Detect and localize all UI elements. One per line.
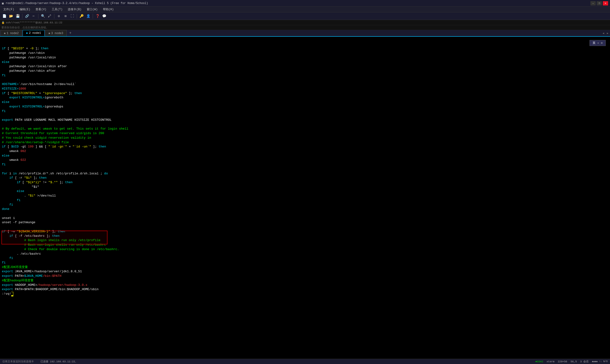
toolbar-new[interactable]: 📄 [1, 13, 7, 19]
tab-node1[interactable]: 2 node1 [23, 30, 44, 36]
minimize-button[interactable]: – [590, 1, 596, 5]
toolbar-key[interactable]: 🔑 [79, 13, 84, 19]
status-bar: 仅将文本发送到当前选项卡 已连接 192.168.63.11:22。 ●SSH2… [0, 359, 610, 364]
tab-dot-node3 [49, 33, 50, 34]
ime-indicator[interactable]: 英 ✦ ⚙ [589, 40, 606, 46]
restore-button[interactable]: ❐ [597, 1, 602, 5]
toolbar-fullscreen[interactable]: ⛶ [69, 13, 75, 19]
toolbar: 📄 📂 💾 🔗 ✂ 🔍 🖍 ⚙ ⊞ ⛶ 🔑 👤 ❓ 💬 [0, 13, 610, 20]
status-term: xterm [547, 360, 555, 363]
close-button[interactable]: ✕ [603, 1, 608, 5]
tab-node3[interactable]: 3 node3 [45, 30, 67, 36]
tab-scroll-right[interactable]: ▶ [606, 30, 610, 36]
toolbar-sep1 [22, 14, 22, 19]
menu-edit[interactable]: 编辑(E) [17, 7, 33, 12]
app-icon: ▣ [2, 1, 4, 5]
menu-file[interactable]: 文件(F) [1, 7, 17, 12]
tab-dot-node1 [26, 32, 28, 34]
status-net-icons: ▲▲▲▲ ↑↓ N/O [592, 360, 608, 363]
tab-scroll-left[interactable]: ◀ [601, 30, 605, 36]
toolbar-open[interactable]: 📂 [8, 13, 14, 19]
chat-text: 要添加当前会话，点击左侧的箭头按钮。 [1, 26, 49, 29]
tab-add-button[interactable]: + [67, 30, 73, 36]
toolbar-settings[interactable]: ⚙ [56, 13, 62, 19]
tab-bar: 1 node2 2 node1 3 node3 + ◀ ▶ [0, 30, 610, 37]
menu-tools[interactable]: 工具(T) [49, 7, 65, 12]
toolbar-save[interactable]: 💾 [15, 13, 21, 19]
status-session-text: 仅将文本发送到当前选项卡 [2, 360, 34, 363]
terminal[interactable]: if [ "$EUID" = -0 ]; then pathmunge /usr… [0, 37, 610, 359]
status-zoom: 56,5 [571, 360, 577, 363]
address-icon: 🔒 [1, 21, 5, 24]
tab-label-node1: 2 node1 [29, 31, 41, 35]
toolbar-sep2 [38, 14, 38, 19]
toolbar-user[interactable]: 👤 [85, 13, 91, 19]
toolbar-sep5 [93, 14, 93, 19]
tab-label-node2: 1 node2 [7, 32, 19, 35]
ime-icon2: ⚙ [601, 41, 603, 45]
status-left: 仅将文本发送到当前选项卡 已连接 192.168.63.11:22。 [2, 360, 78, 363]
status-size: 229×56 [558, 360, 567, 363]
toolbar-highlight[interactable]: 🖍 [47, 13, 52, 19]
menu-bar: 文件(F) 编辑(E) 查看(V) 工具(T) 选项卡(B) 窗口(W) 帮助(… [0, 7, 610, 13]
status-sessions: 3 会话 [580, 360, 589, 363]
toolbar-connect[interactable]: 🔗 [24, 13, 30, 19]
toolbar-help[interactable]: ❓ [95, 13, 100, 19]
chat-bar: 要添加当前会话，点击左侧的箭头按钮。 [0, 25, 610, 30]
ime-icon1: ✦ [597, 41, 599, 45]
title-text: root@node1:/hadoop/server/hadoop-3.2.4/e… [6, 2, 148, 5]
title-bar: ▣ root@node1:/hadoop/server/hadoop-3.2.4… [0, 0, 610, 7]
tab-dot-node2 [4, 33, 5, 34]
menu-view[interactable]: 查看(V) [33, 7, 49, 12]
menu-window[interactable]: 窗口(W) [84, 7, 100, 12]
toolbar-layout[interactable]: ⊞ [63, 13, 68, 19]
ime-lang: 英 [593, 41, 596, 45]
status-connected-text: 已连接 192.168.63.11:22。 [40, 360, 78, 363]
address-bar: 🔒 ssh//root**********@192.168.63.11:22 [0, 20, 610, 25]
menu-help[interactable]: 帮助(H) [101, 7, 116, 12]
tab-label-node3: 3 node3 [51, 32, 63, 35]
toolbar-sep4 [77, 14, 77, 19]
toolbar-info[interactable]: 💬 [101, 13, 107, 19]
menu-tabs[interactable]: 选项卡(B) [65, 7, 84, 12]
tab-node2[interactable]: 1 node2 [0, 30, 22, 36]
toolbar-search[interactable]: 🔍 [40, 13, 46, 19]
tab-navigation: ◀ ▶ [601, 30, 610, 36]
toolbar-disconnect[interactable]: ✂ [31, 13, 37, 19]
status-right: ●SSH2 xterm 229×56 56,5 3 会话 ▲▲▲▲ ↑↓ N/O [535, 360, 608, 363]
address-value: ssh//root**********@192.168.63.11:22 [6, 21, 63, 24]
status-ssh: ●SSH2 [535, 360, 543, 363]
